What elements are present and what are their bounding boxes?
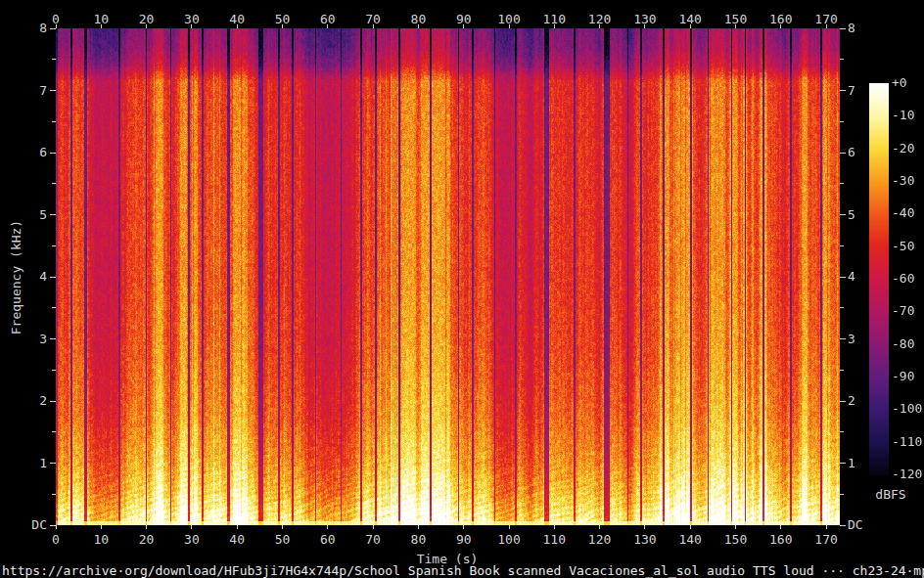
x-axis-tick-label: 30	[172, 533, 211, 547]
x-axis-tick-label: 80	[398, 13, 438, 26]
y-axis-minor-tick	[840, 245, 844, 246]
y-axis-tick	[840, 277, 846, 278]
y-axis-tick-label: 1	[848, 457, 887, 470]
y-axis-minor-tick	[840, 494, 844, 495]
x-axis-tick	[282, 525, 283, 529]
y-axis-minor-tick	[840, 121, 844, 122]
x-axis-tick-label: 150	[716, 13, 756, 26]
colorbar-tick-label: -20	[892, 142, 924, 156]
y-axis-tick	[50, 463, 56, 464]
y-axis-tick	[840, 338, 846, 339]
y-axis-tick	[840, 463, 846, 464]
x-axis-tick	[418, 525, 419, 529]
y-axis-tick-label: 3	[8, 333, 47, 346]
x-axis-tick-label: 70	[353, 13, 393, 26]
x-axis-tick	[146, 525, 147, 529]
x-axis-tick	[191, 525, 192, 529]
y-axis-minor-tick	[52, 307, 56, 308]
colorbar-tick-label: -80	[892, 337, 924, 351]
x-axis-tick	[101, 525, 102, 529]
x-axis-tick-label: 50	[263, 13, 302, 26]
x-axis-tick	[463, 525, 464, 529]
x-axis-tick-label: 40	[217, 533, 256, 547]
y-axis-tick	[50, 28, 56, 29]
x-axis-tick-label: 90	[444, 533, 484, 547]
y-axis-tick	[840, 153, 846, 154]
source-file-text: https://archive·org/download/HFub3ji7HG4…	[2, 563, 924, 578]
y-axis-tick-label: 3	[848, 333, 887, 346]
x-axis-tick-label: 150	[716, 533, 756, 547]
x-axis-tick	[56, 525, 57, 529]
y-axis-tick	[50, 338, 56, 339]
y-axis-tick	[840, 525, 846, 526]
x-axis-tick-label: 170	[807, 13, 846, 26]
y-axis-tick-label: 5	[8, 208, 47, 222]
y-axis-tick-label: 7	[8, 84, 47, 98]
y-axis-tick-label: 2	[8, 394, 47, 408]
colorbar-unit-label: dBFS	[867, 487, 914, 502]
x-axis-tick-label: 100	[489, 13, 529, 26]
x-axis-tick-label: 0	[36, 533, 75, 547]
y-axis-minor-tick	[840, 431, 844, 432]
y-axis-tick	[840, 28, 846, 29]
colorbar-tick-label: -70	[892, 304, 924, 318]
x-axis-tick-label: 70	[353, 533, 393, 547]
y-axis-minor-tick	[840, 59, 844, 60]
y-axis-tick	[50, 153, 56, 154]
y-axis-tick	[840, 401, 846, 402]
y-axis-tick	[50, 401, 56, 402]
y-axis-tick-label: DC	[8, 518, 47, 532]
y-axis-tick	[50, 277, 56, 278]
x-axis-tick-label: 90	[444, 13, 484, 26]
x-axis-tick-label: 100	[489, 533, 529, 547]
x-axis-tick	[826, 525, 827, 529]
x-axis-tick	[599, 525, 600, 529]
x-axis-tick-label: 160	[762, 533, 801, 547]
spectrogram-canvas	[56, 28, 840, 525]
x-axis-tick-label: 20	[127, 533, 166, 547]
x-axis-tick-label: 50	[263, 533, 302, 547]
y-axis-tick-label: 8	[848, 22, 887, 35]
x-axis-tick-label: 110	[534, 13, 574, 26]
x-axis-tick	[735, 525, 736, 529]
y-axis-tick-label: 4	[848, 270, 887, 284]
colorbar-tick-label: -90	[892, 370, 924, 383]
x-axis-tick	[237, 525, 238, 529]
x-axis-tick-label: 40	[217, 13, 256, 26]
y-axis-minor-tick	[52, 245, 56, 246]
colorbar-tick-label: -110	[892, 435, 924, 449]
x-axis-tick	[509, 525, 510, 529]
y-axis-minor-tick	[52, 431, 56, 432]
y-axis-minor-tick	[52, 121, 56, 122]
x-axis-tick-label: 20	[127, 13, 166, 26]
colorbar-tick-label: -60	[892, 272, 924, 286]
x-axis-tick-label: 140	[670, 533, 710, 547]
x-axis-tick-label: 160	[762, 13, 801, 26]
y-axis-tick-label: 6	[848, 146, 887, 159]
y-axis-tick-label: DC	[848, 518, 887, 532]
x-axis-tick-label: 80	[398, 533, 438, 547]
y-axis-tick	[50, 90, 56, 91]
x-axis-tick	[327, 525, 328, 529]
colorbar-tick-label: -40	[892, 206, 924, 220]
colorbar-tick-label: -10	[892, 109, 924, 122]
y-axis-tick	[840, 90, 846, 91]
x-axis-tick-label: 120	[580, 13, 620, 26]
spectrogram-figure: Frequency (kHz) Time (s) dBFS 0010102020…	[0, 0, 924, 578]
y-axis-tick-label: 1	[8, 457, 47, 470]
x-axis-tick-label: 60	[308, 533, 347, 547]
x-axis-tick-label: 120	[580, 533, 620, 547]
y-axis-minor-tick	[52, 59, 56, 60]
y-axis-tick	[50, 214, 56, 215]
x-axis-tick	[554, 525, 555, 529]
colorbar-tick-label: +0	[892, 76, 924, 90]
y-axis-tick	[50, 525, 56, 526]
x-axis-tick	[780, 525, 781, 529]
y-axis-minor-tick	[840, 370, 844, 371]
y-axis-minor-tick	[840, 307, 844, 308]
y-axis-tick-label: 7	[848, 84, 887, 98]
x-axis-tick-label: 170	[807, 533, 846, 547]
colorbar-tick-label: -50	[892, 240, 924, 253]
y-axis-tick	[840, 214, 846, 215]
x-axis-tick-label: 130	[625, 533, 665, 547]
